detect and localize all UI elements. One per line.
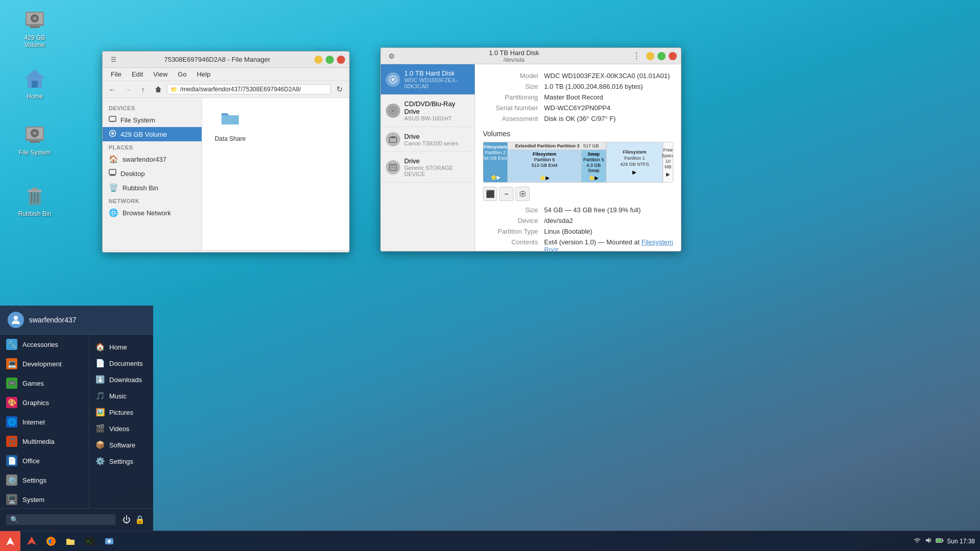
fm-file-item-datashare[interactable]: Data Share — [210, 106, 251, 145]
svg-rect-28 — [110, 175, 115, 176]
disk-manager-window: ⚙ 1.0 TB Hard Disk /dev/sda ⋮ — □ ✕ 1.0 … — [380, 47, 681, 252]
desktop-icon-volume[interactable]: 429 GB Volume — [14, 8, 55, 48]
fm-forward-btn[interactable]: → — [121, 83, 134, 96]
dm-partition-p1[interactable]: Filesystem Partition 1 429 GB NTFS ▶ — [606, 142, 663, 182]
fm-menu-view[interactable]: View — [149, 69, 172, 80]
fm-place-desktop-icon — [109, 169, 116, 178]
dm-titlebar[interactable]: ⚙ 1.0 TB Hard Disk /dev/sda ⋮ — □ ✕ — [381, 48, 681, 64]
dm-remove-btn[interactable]: − — [499, 187, 513, 201]
taskbar-item-files[interactable] — [61, 532, 80, 550]
app-multimedia[interactable]: 🎵 Multimedia — [0, 432, 89, 451]
svg-rect-36 — [390, 165, 396, 166]
desktop-icon-rubbish[interactable]: Rubbish Bin — [14, 184, 55, 217]
fm-menu-file[interactable]: File — [107, 69, 126, 80]
dm-partition-actions: ⬛ − — [483, 187, 673, 201]
dm-menu-btn[interactable]: ⋮ — [630, 49, 643, 63]
place-pictures[interactable]: 🖼️ Pictures — [89, 404, 153, 420]
dm-partition-free[interactable]: Free Space 10 MB ▶ — [663, 142, 673, 182]
fm-place-rubbish[interactable]: 🗑️ Rubbish Bin — [103, 181, 202, 195]
dm-stop-btn[interactable]: ⬛ — [483, 187, 497, 201]
tray-battery-icon — [936, 536, 944, 546]
fm-refresh-btn[interactable]: ↻ — [333, 83, 346, 96]
taskbar-clock: Sun 17:38 — [947, 538, 975, 545]
fm-settings-btn[interactable]: ☰ — [107, 53, 120, 66]
fm-browse-network[interactable]: 🌐 Browse Network — [103, 206, 202, 220]
dm-bluray-icon — [386, 104, 400, 118]
fm-network-label: NETWORK — [103, 195, 202, 206]
dm-partitions-visual: Filesystem Partition 2 54 GB Ext4 ⭐▶ Ext… — [483, 142, 673, 183]
start-menu: swarfendor437 🔧 Accessories 💻 Developmen… — [0, 306, 153, 531]
taskbar-item-firefox[interactable] — [42, 532, 60, 550]
place-settings[interactable]: ⚙️ Settings — [89, 453, 153, 469]
place-music[interactable]: 🎵 Music — [89, 388, 153, 404]
fm-home-btn[interactable] — [152, 83, 165, 96]
dm-generic-info: Drive Generic STORAGE DEVICE — [404, 157, 470, 177]
svg-point-30 — [391, 78, 395, 81]
dm-generic-icon — [386, 160, 400, 174]
dm-hdd-info: 1.0 TB Hard Disk WDC WD1003FZEX-00K3CA0 — [404, 69, 470, 89]
start-menu-search-box[interactable]: 🔍 — [6, 514, 115, 525]
fm-place-swarfendor[interactable]: 🏠 swarfendor437 — [103, 152, 202, 166]
fm-minimize-btn[interactable]: — — [314, 56, 323, 64]
app-games[interactable]: 🎮 Games — [0, 373, 89, 393]
dm-settings-btn[interactable] — [516, 187, 530, 201]
dm-canon-info: Drive Canon TS8100 series — [404, 133, 470, 146]
place-videos[interactable]: 🎬 Videos — [89, 420, 153, 437]
desktop-icon-home[interactable]: Home — [14, 66, 55, 100]
fm-up-btn[interactable]: ↑ — [136, 83, 150, 96]
dm-disk-hdd[interactable]: 1.0 TB Hard Disk WDC WD1003FZEX-00K3CA0 — [381, 64, 475, 95]
fm-folder-icon — [220, 108, 240, 133]
filesystem-icon-label: File System — [19, 149, 51, 156]
fm-close-btn[interactable]: ✕ — [337, 56, 345, 64]
fm-menu-help[interactable]: Help — [193, 69, 215, 80]
app-system[interactable]: 🖥️ System — [0, 490, 89, 508]
app-accessories[interactable]: 🔧 Accessories — [0, 335, 89, 354]
app-office[interactable]: 📄 Office — [0, 451, 89, 470]
taskbar-item-software[interactable] — [100, 532, 118, 550]
fm-maximize-btn[interactable]: □ — [326, 56, 334, 64]
taskbar-item-terminal[interactable]: >_ — [81, 532, 99, 550]
fm-address-bar[interactable]: 📁 /media/swarfendor437/75308E697946D2A8/ — [167, 84, 331, 94]
app-graphics[interactable]: 🎨 Graphics — [0, 393, 89, 412]
file-manager-titlebar[interactable]: ☰ 75308E697946D2A8 - File Manager — □ ✕ — [103, 52, 349, 68]
dm-partition-p6[interactable]: Filesystem Partition 6 513 GB Ext4 ⭐▶ — [508, 150, 581, 182]
place-home[interactable]: 🏠 Home — [89, 339, 153, 355]
place-downloads-icon: ⬇️ — [95, 375, 105, 384]
fm-menu-go[interactable]: Go — [174, 69, 190, 80]
taskbar-start-btn[interactable] — [0, 531, 20, 552]
place-software[interactable]: 📦 Software — [89, 437, 153, 453]
dm-minimize-btn[interactable]: — — [646, 52, 654, 60]
dm-partition-p2[interactable]: Filesystem Partition 2 54 GB Ext4 ⭐▶ — [483, 142, 508, 182]
fm-device-filesystem[interactable]: File System — [103, 113, 202, 127]
taskbar-item-zorin[interactable] — [22, 532, 41, 550]
power-button[interactable]: ⏻ — [120, 513, 133, 527]
place-downloads[interactable]: ⬇️ Downloads — [89, 371, 153, 388]
dm-disk-bluray[interactable]: CD/DVD/Blu-Ray Drive ASUS BW-1601HT — [381, 95, 475, 127]
fm-address-text: /media/swarfendor437/75308E697946D2A8/ — [180, 86, 301, 93]
svg-marker-47 — [926, 538, 929, 543]
fm-back-btn[interactable]: ← — [106, 83, 119, 96]
app-development[interactable]: 💻 Development — [0, 354, 89, 373]
fm-place-desktop[interactable]: Desktop — [103, 166, 202, 181]
dm-gear-btn[interactable]: ⚙ — [385, 49, 398, 63]
home-icon-label: Home — [27, 93, 43, 100]
search-input[interactable] — [21, 516, 111, 523]
dm-partition-p5[interactable]: Swap Partition 5 4.3 GB Swap ⭐▶ — [581, 150, 606, 182]
fm-body: DEVICES File System 429 GB Volu — [103, 98, 349, 250]
dm-disk-canon[interactable]: Drive Canon TS8100 series — [381, 127, 475, 152]
place-documents[interactable]: 📄 Documents — [89, 355, 153, 371]
dm-maximize-btn[interactable]: □ — [657, 52, 666, 60]
svg-rect-23 — [110, 121, 115, 122]
dm-close-btn[interactable]: ✕ — [669, 52, 677, 60]
lock-button[interactable]: 🔒 — [133, 513, 147, 527]
dm-disk-generic[interactable]: Drive Generic STORAGE DEVICE — [381, 152, 475, 183]
fm-menu-edit[interactable]: Edit — [128, 69, 147, 80]
app-internet[interactable]: 🌐 Internet — [0, 412, 89, 432]
dm-title-center: 1.0 TB Hard Disk /dev/sda — [401, 49, 627, 63]
dm-vol-partition-type-row: Partition Type Linux (Bootable) — [483, 228, 673, 235]
fm-filesystem-icon — [109, 115, 116, 124]
app-settings[interactable]: ⚙️ Settings — [0, 470, 89, 490]
desktop-icon-filesystem[interactable]: File System — [14, 122, 55, 156]
games-icon: 🎮 — [6, 378, 17, 389]
fm-device-volume[interactable]: 429 GB Volume — [103, 127, 202, 141]
